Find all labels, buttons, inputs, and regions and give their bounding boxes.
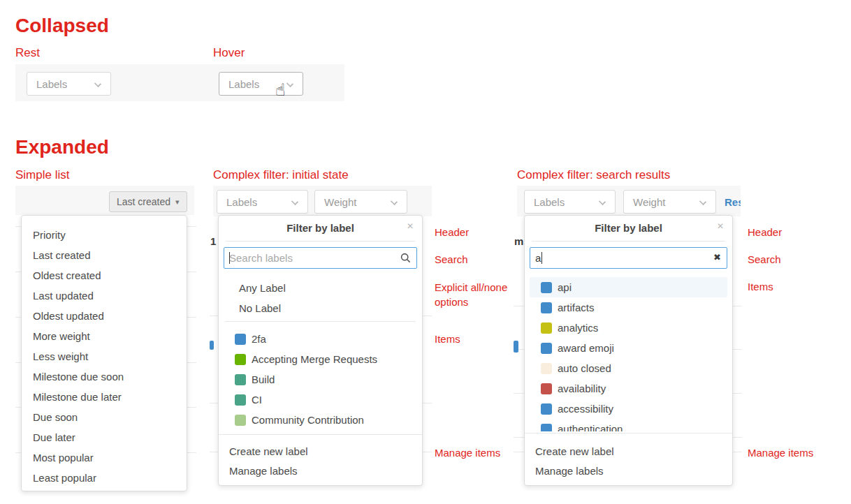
no-label-option[interactable]: No Label [218,298,423,318]
label-color-swatch [541,363,552,374]
label-option[interactable]: Build [218,369,423,390]
labels-select-text: Labels [226,196,257,208]
label-option-text: Build [252,373,275,385]
annotation-items: Items [748,279,773,294]
label-option-text: auto closed [558,362,611,374]
label-option-text: api [558,281,572,293]
annotation-manage-items: Manage items [748,445,813,460]
sort-option[interactable]: Last created [22,245,187,265]
sort-option[interactable]: Oldest created [22,265,187,286]
text-caret [541,252,542,264]
sort-option[interactable]: Due soon [22,407,187,427]
manage-labels-link[interactable]: Manage labels [524,461,733,480]
label-color-swatch [541,424,552,432]
text-caret [229,252,230,264]
background-text-fragment: 1 [210,235,216,247]
label-option-text: Community Contribution [252,414,364,426]
panel-divider [225,321,416,322]
clear-icon[interactable]: ✖ [713,252,721,262]
label-color-swatch [235,354,246,365]
panel-divider [532,241,725,242]
label-search-box: ✖ [530,247,727,269]
label-option[interactable]: analytics [524,318,733,338]
label-option[interactable]: award emoji [524,338,733,358]
label-option-clipped[interactable]: authentication [524,419,733,431]
sort-option[interactable]: Less weight [22,346,187,366]
background-badge-fragment [514,341,518,353]
state-label-hover: Hover [213,46,245,60]
panel-footer-divider [219,434,422,435]
labels-select[interactable]: Labels [217,190,308,214]
label-search-box [224,247,417,269]
label-option[interactable]: 2fa [218,329,423,349]
label-option-text: CI [252,394,262,406]
labels-dropdown-rest[interactable]: Labels [27,72,111,96]
sort-option[interactable]: Milestone due later [22,387,187,407]
sort-dropdown-text: Last created [117,196,170,207]
annotation-search: Search [435,252,468,267]
label-option[interactable]: artifacts [524,297,733,318]
annotation-search: Search [748,252,781,267]
chevron-down-icon [599,198,606,205]
chevron-down-icon [391,198,398,205]
sort-dropdown-button[interactable]: Last created ▾ [109,191,187,212]
label-option[interactable]: availability [524,378,733,399]
label-color-swatch [235,374,246,385]
label-option-text: Accepting Merge Requests [252,353,377,365]
chevron-down-icon [699,198,706,205]
caret-down-icon: ▾ [175,198,180,207]
column-label-filter-search: Complex filter: search results [517,168,670,182]
hand-cursor-icon: ☝ [275,80,286,100]
create-new-label-link[interactable]: Create new label [218,441,423,461]
label-option[interactable]: CI [218,390,423,410]
labels-select-text: Labels [534,196,565,208]
panel-divider [226,241,415,242]
label-option[interactable]: auto closed [524,358,733,378]
annotation-items: Items [435,332,460,346]
manage-labels-link[interactable]: Manage labels [218,461,423,480]
labels-select[interactable]: Labels [524,190,616,214]
section-title-collapsed: Collapsed [15,15,109,37]
label-search-input[interactable] [224,247,417,269]
label-option-text: artifacts [558,302,595,313]
close-icon[interactable]: ✕ [407,221,414,231]
sort-option[interactable]: Milestone due soon [22,366,187,387]
filter-search-footer: Create new label Manage labels [524,441,733,480]
annotation-explicit-options: Explicit all/none options [435,280,520,309]
label-option-text: 2fa [252,333,266,345]
label-option[interactable]: Community Contribution [218,410,423,430]
search-icon [400,253,411,263]
sort-option[interactable]: Due later [22,427,187,447]
reset-link[interactable]: Res [725,196,741,208]
label-color-swatch [541,282,552,293]
close-icon[interactable]: ✕ [717,221,724,231]
filter-initial-footer: Create new label Manage labels [218,441,423,480]
panel-title: Filter by label [525,222,732,234]
column-label-simple-list: Simple list [15,168,69,182]
sort-option[interactable]: Last updated [22,286,187,306]
sort-option[interactable]: Least popular [22,468,187,488]
sort-option[interactable]: Oldest updated [22,306,187,326]
section-title-expanded: Expanded [15,136,109,158]
weight-select[interactable]: Weight [314,190,407,214]
label-color-swatch [541,403,552,415]
any-label-option[interactable]: Any Label [218,278,423,298]
label-search-input[interactable] [530,247,727,269]
label-option-highlighted[interactable]: api [530,277,727,297]
filter-initial-label-items: 2fa Accepting Merge Requests Build CI Co… [218,329,423,430]
sort-option[interactable]: More weight [22,326,187,346]
filter-initial-list: Any Label No Label [218,278,423,318]
sort-option[interactable]: Most popular [22,447,187,468]
weight-select-text: Weight [324,196,356,208]
label-option[interactable]: accessibility [524,399,733,419]
labels-dropdown-hover[interactable]: Labels [219,72,303,96]
chevron-down-icon [94,80,101,87]
sort-dropdown-menu: Priority Last created Oldest created Las… [21,215,187,491]
weight-select[interactable]: Weight [623,190,716,214]
sort-option[interactable]: Priority [22,225,187,245]
create-new-label-link[interactable]: Create new label [524,441,733,461]
label-color-swatch [541,343,552,354]
label-option[interactable]: Accepting Merge Requests [218,349,423,369]
background-text-fragment: m [514,235,523,247]
label-option-text: accessibility [558,403,613,415]
